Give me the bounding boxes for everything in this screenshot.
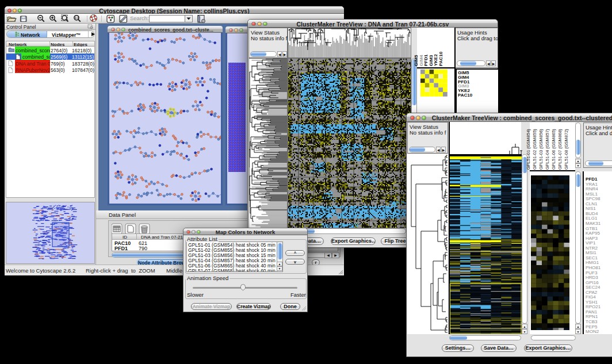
svg-text:Search:: Search: — [130, 15, 149, 21]
svg-text:1:1: 1:1 — [75, 16, 79, 20]
